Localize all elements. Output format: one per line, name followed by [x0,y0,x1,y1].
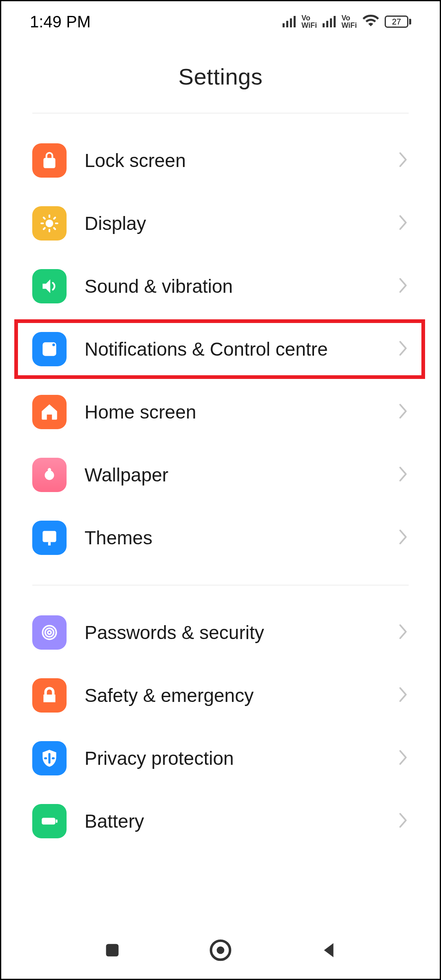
settings-item-label: Notifications & Control centre [85,338,379,360]
settings-item-label: Passwords & security [85,621,379,644]
vowifi-indicator-2: VoWiFi [341,14,357,29]
settings-item-home-screen[interactable]: Home screen [1,381,440,443]
page-header: Settings [1,42,440,113]
svg-line-8 [54,218,55,219]
status-time: 1:49 PM [30,13,91,31]
status-right: VoWiFi VoWiFi 27 [283,13,411,31]
battery-indicator: 27 [385,16,411,28]
svg-rect-17 [56,820,58,823]
vowifi-indicator-1: VoWiFi [301,14,317,29]
settings-item-label: Sound & vibration [85,275,379,297]
nav-home-button[interactable] [206,936,235,964]
battery-icon [32,804,67,838]
chevron-right-icon [397,528,409,548]
lock-icon [32,143,67,178]
svg-rect-12 [48,542,51,545]
svg-rect-16 [42,818,55,825]
settings-item-battery[interactable]: Battery [1,790,440,853]
settings-item-label: Safety & emergency [85,684,379,706]
chevron-right-icon [397,276,409,296]
chevron-right-icon [397,686,409,705]
settings-item-display[interactable]: Display [1,192,440,255]
chevron-right-icon [397,339,409,359]
chevron-right-icon [397,811,409,831]
wallpaper-icon [32,458,67,492]
sun-icon [32,206,67,241]
chevron-right-icon [397,748,409,768]
signal-icon-1 [283,16,296,27]
android-nav-bar [1,922,440,979]
settings-group: Passwords & securitySafety & emergencyPr… [1,586,440,868]
svg-line-6 [54,228,55,229]
themes-icon [32,521,67,555]
svg-point-20 [217,947,225,954]
notification-icon [32,332,67,366]
svg-line-5 [44,218,45,219]
settings-item-wallpaper[interactable]: Wallpaper [1,443,440,506]
signal-icon-2 [323,16,336,27]
svg-point-10 [52,343,56,347]
home-icon [32,395,67,429]
settings-item-label: Battery [85,810,379,832]
settings-group: Lock screenDisplaySound & vibrationNotif… [1,114,440,585]
chevron-right-icon [397,151,409,170]
safety-icon [32,678,67,713]
settings-item-sound-vibration[interactable]: Sound & vibration [1,255,440,318]
status-bar: 1:49 PM VoWiFi VoWiFi 27 [1,1,440,42]
settings-item-label: Privacy protection [85,747,379,769]
settings-item-lock-screen[interactable]: Lock screen [1,129,440,192]
chevron-right-icon [397,623,409,642]
fingerprint-icon [32,615,67,650]
nav-recent-button[interactable] [98,936,127,964]
settings-item-privacy-protection[interactable]: Privacy protection [1,727,440,790]
settings-item-passwords-security[interactable]: Passwords & security [1,601,440,664]
settings-item-themes[interactable]: Themes [1,506,440,569]
svg-line-7 [44,228,45,229]
svg-rect-11 [42,531,56,542]
chevron-right-icon [397,402,409,422]
settings-item-label: Wallpaper [85,464,379,486]
svg-point-15 [48,631,51,634]
settings-item-label: Display [85,212,379,234]
settings-list: Lock screenDisplaySound & vibrationNotif… [1,114,440,868]
privacy-icon [32,741,67,775]
settings-item-label: Lock screen [85,149,379,172]
wifi-icon [363,13,379,31]
svg-point-0 [46,220,53,227]
settings-item-notifications-control[interactable]: Notifications & Control centre [1,318,440,381]
settings-item-label: Home screen [85,401,379,423]
nav-back-button[interactable] [314,936,343,964]
chevron-right-icon [397,465,409,485]
settings-item-safety-emergency[interactable]: Safety & emergency [1,664,440,727]
svg-point-14 [45,628,54,637]
battery-level: 27 [385,16,408,28]
settings-item-label: Themes [85,527,379,549]
svg-rect-18 [106,944,119,957]
page-title: Settings [1,63,440,90]
sound-icon [32,269,67,303]
chevron-right-icon [397,214,409,233]
